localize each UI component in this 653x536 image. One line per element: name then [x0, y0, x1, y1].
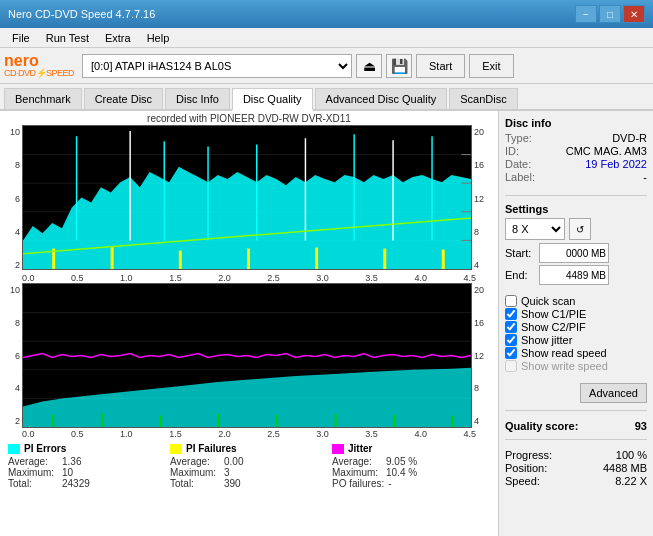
settings-section: Settings 1 X2 X4 X6 X8 X12 XMax ↺ Start:… [505, 203, 647, 287]
show-jitter-label: Show jitter [521, 334, 572, 346]
tab-benchmark[interactable]: Benchmark [4, 88, 82, 109]
show-c2pif-label: Show C2/PIF [521, 321, 586, 333]
speed-select[interactable]: 1 X2 X4 X6 X8 X12 XMax [505, 218, 565, 240]
show-c1pie-checkbox[interactable] [505, 308, 517, 320]
tab-advanced-disc-quality[interactable]: Advanced Disc Quality [315, 88, 448, 109]
pi-failures-total-row: Total: 390 [170, 478, 328, 489]
chart1-wrapper: 10 8 6 4 2 [4, 125, 494, 272]
end-mb-label: End: [505, 269, 535, 281]
advanced-button[interactable]: Advanced [580, 383, 647, 403]
chart2-y-right: 20 16 12 8 4 [472, 283, 494, 428]
menu-run-test[interactable]: Run Test [38, 30, 97, 46]
nero-logo-bottom: CD·DVD⚡SPEED [4, 69, 74, 78]
chart1 [22, 125, 472, 272]
progress-value: 100 % [616, 449, 647, 461]
speed-settings-row: 1 X2 X4 X6 X8 X12 XMax ↺ [505, 218, 647, 240]
jitter-max-row: Maximum: 10.4 % [332, 467, 490, 478]
menu-help[interactable]: Help [139, 30, 178, 46]
tab-bar: Benchmark Create Disc Disc Info Disc Qua… [0, 84, 653, 111]
chart2 [22, 283, 472, 428]
show-write-speed-row: Show write speed [505, 360, 647, 372]
pi-errors-total-label: Total: [8, 478, 58, 489]
refresh-icon-button[interactable]: ↺ [569, 218, 591, 240]
menu-file[interactable]: File [4, 30, 38, 46]
position-value: 4488 MB [603, 462, 647, 474]
save-icon-button[interactable]: 💾 [386, 54, 412, 78]
chart1-x-axis: 0.0 0.5 1.0 1.5 2.0 2.5 3.0 3.5 4.0 4.5 [4, 272, 494, 283]
svg-rect-33 [159, 416, 161, 427]
chart2-y-left: 10 8 6 4 2 [4, 283, 22, 428]
show-c2pif-checkbox[interactable] [505, 321, 517, 333]
pi-failures-block: PI Failures Average: 0.00 Maximum: 3 Tot… [170, 443, 328, 489]
checkboxes-section: Quick scan Show C1/PIE Show C2/PIF Show … [505, 295, 647, 373]
disc-date-label: Date: [505, 158, 531, 170]
jitter-max-value: 10.4 % [386, 467, 426, 478]
pi-failures-max-value: 3 [224, 467, 264, 478]
exit-button[interactable]: Exit [469, 54, 513, 78]
window-controls: − □ ✕ [575, 5, 645, 23]
start-mb-input[interactable] [539, 243, 609, 263]
disc-type-value: DVD-R [612, 132, 647, 144]
svg-rect-35 [276, 415, 278, 427]
jitter-block: Jitter Average: 9.05 % Maximum: 10.4 % P… [332, 443, 490, 489]
pi-failures-header: PI Failures [170, 443, 328, 454]
eject-icon-button[interactable]: ⏏ [356, 54, 382, 78]
pi-failures-avg-value: 0.00 [224, 456, 264, 467]
recorded-label: recorded with PIONEER DVD-RW DVR-XD11 [4, 113, 494, 124]
titlebar: Nero CD-DVD Speed 4.7.7.16 − □ ✕ [0, 0, 653, 28]
svg-rect-32 [101, 413, 103, 427]
nero-logo-top: nero [4, 53, 39, 69]
show-c1pie-row: Show C1/PIE [505, 308, 647, 320]
disc-type-label: Type: [505, 132, 532, 144]
show-jitter-checkbox[interactable] [505, 334, 517, 346]
tab-scandisc[interactable]: ScanDisc [449, 88, 517, 109]
pi-errors-header: PI Errors [8, 443, 166, 454]
svg-rect-36 [335, 414, 337, 427]
close-button[interactable]: ✕ [623, 5, 645, 23]
tab-disc-quality[interactable]: Disc Quality [232, 88, 313, 111]
disc-label-value: - [643, 171, 647, 183]
divider3 [505, 439, 647, 440]
disc-label-row: Label: - [505, 171, 647, 183]
end-mb-input[interactable] [539, 265, 609, 285]
divider2 [505, 410, 647, 411]
svg-rect-18 [315, 248, 318, 269]
disc-type-row: Type: DVD-R [505, 132, 647, 144]
quick-scan-checkbox[interactable] [505, 295, 517, 307]
minimize-button[interactable]: − [575, 5, 597, 23]
jitter-avg-row: Average: 9.05 % [332, 456, 490, 467]
maximize-button[interactable]: □ [599, 5, 621, 23]
pi-errors-avg-row: Average: 1.36 [8, 456, 166, 467]
jitter-avg-label: Average: [332, 456, 382, 467]
menu-extra[interactable]: Extra [97, 30, 139, 46]
position-row: Position: 4488 MB [505, 462, 647, 474]
jitter-max-label: Maximum: [332, 467, 382, 478]
pi-errors-block: PI Errors Average: 1.36 Maximum: 10 Tota… [8, 443, 166, 489]
main-content: recorded with PIONEER DVD-RW DVR-XD11 10… [0, 111, 653, 536]
pi-errors-max-label: Maximum: [8, 467, 58, 478]
pi-errors-total-row: Total: 24329 [8, 478, 166, 489]
tab-create-disc[interactable]: Create Disc [84, 88, 163, 109]
jitter-avg-value: 9.05 % [386, 456, 426, 467]
disc-date-value: 19 Feb 2022 [585, 158, 647, 170]
start-mb-label: Start: [505, 247, 535, 259]
quick-scan-row: Quick scan [505, 295, 647, 307]
drive-select[interactable]: [0:0] ATAPI iHAS124 B AL0S [82, 54, 352, 78]
tab-disc-info[interactable]: Disc Info [165, 88, 230, 109]
start-button[interactable]: Start [416, 54, 465, 78]
pi-errors-max-row: Maximum: 10 [8, 467, 166, 478]
show-write-speed-checkbox[interactable] [505, 360, 517, 372]
start-mb-row: Start: [505, 243, 647, 263]
stats-area: PI Errors Average: 1.36 Maximum: 10 Tota… [4, 439, 494, 489]
pi-errors-avg-label: Average: [8, 456, 58, 467]
show-c1pie-label: Show C1/PIE [521, 308, 586, 320]
svg-rect-15 [111, 247, 114, 269]
pi-errors-avg-value: 1.36 [62, 456, 102, 467]
quality-score-label: Quality score: [505, 420, 578, 432]
disc-id-row: ID: CMC MAG. AM3 [505, 145, 647, 157]
pi-failures-color [170, 444, 182, 454]
show-read-speed-checkbox[interactable] [505, 347, 517, 359]
pi-failures-total-label: Total: [170, 478, 220, 489]
jitter-header: Jitter [332, 443, 490, 454]
disc-info-title: Disc info [505, 117, 647, 129]
